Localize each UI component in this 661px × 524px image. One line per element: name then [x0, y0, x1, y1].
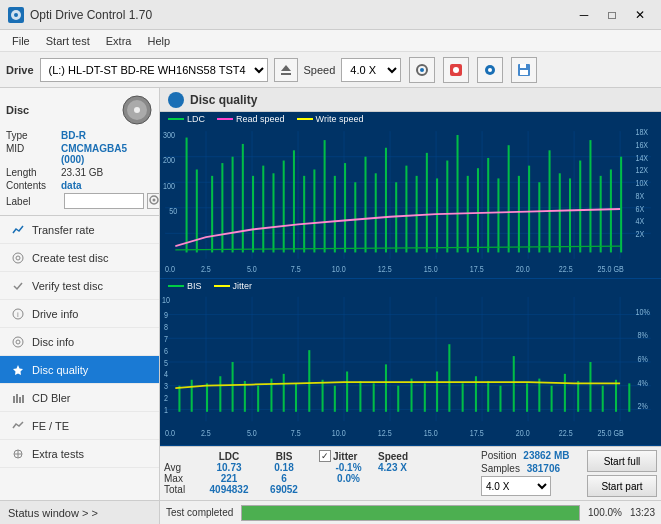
disc-label-button[interactable] [147, 193, 160, 209]
ldc-header: LDC [199, 450, 259, 462]
disc-length-row: Length 23.31 GB [6, 167, 153, 178]
svg-rect-166 [308, 350, 310, 412]
avg-bis: 0.18 [259, 462, 309, 473]
svg-rect-113 [620, 157, 622, 253]
svg-rect-164 [283, 374, 285, 412]
svg-rect-158 [206, 383, 208, 411]
svg-rect-110 [589, 140, 591, 252]
speed-stat-header: Speed [378, 450, 428, 462]
svg-marker-24 [13, 365, 23, 375]
svg-rect-12 [520, 70, 528, 75]
menu-bar: File Start test Extra Help [0, 30, 661, 52]
status-window-button[interactable]: Status window > > [0, 500, 159, 524]
jitter-checkbox[interactable]: ✓ [319, 450, 331, 462]
svg-rect-104 [528, 166, 530, 253]
drive-select[interactable]: (L:) HL-DT-ST BD-RE WH16NS58 TST4 [40, 58, 268, 82]
svg-rect-76 [242, 144, 244, 253]
total-bis: 69052 [259, 484, 309, 495]
svg-text:1: 1 [164, 405, 168, 415]
transfer-rate-icon [10, 222, 26, 238]
svg-rect-93 [416, 176, 418, 253]
sidebar-item-cd-bler[interactable]: CD Bler [0, 384, 159, 412]
stats-table: LDC BIS ✓ Jitter Speed Avg 10.73 0.18 [164, 450, 475, 495]
svg-rect-165 [295, 383, 297, 411]
svg-text:2.5: 2.5 [201, 428, 211, 438]
svg-text:10.0: 10.0 [332, 428, 346, 438]
toolbar-btn-1[interactable] [409, 57, 435, 83]
disc-label-row: Label [6, 193, 153, 209]
avg-speed: 4.23 X [378, 462, 428, 473]
svg-text:7: 7 [164, 334, 168, 344]
svg-rect-162 [257, 386, 259, 412]
max-jitter: 0.0% [319, 473, 378, 484]
sidebar-item-disc-quality[interactable]: Disc quality [0, 356, 159, 384]
max-ldc: 221 [199, 473, 259, 484]
svg-text:20.0: 20.0 [516, 428, 530, 438]
start-part-button[interactable]: Start part [587, 475, 657, 497]
sidebar-item-drive-info[interactable]: i Drive info [0, 300, 159, 328]
disc-label-input[interactable] [64, 193, 144, 209]
create-test-disc-icon [10, 250, 26, 266]
minimize-button[interactable]: ─ [571, 5, 597, 25]
svg-rect-169 [346, 371, 348, 411]
svg-point-15 [134, 107, 140, 113]
menu-extra[interactable]: Extra [98, 33, 140, 49]
svg-rect-78 [262, 166, 264, 253]
total-ldc: 4094832 [199, 484, 259, 495]
speed-dropdown[interactable]: 4.0 X [481, 476, 551, 496]
svg-rect-107 [559, 173, 561, 252]
eject-button[interactable] [274, 58, 298, 82]
svg-rect-86 [344, 163, 346, 252]
svg-rect-173 [397, 386, 399, 412]
sidebar-item-extra-tests[interactable]: Extra tests [0, 440, 159, 468]
position-section: Position 23862 MB Samples 381706 4.0 X [481, 450, 581, 496]
svg-rect-83 [313, 169, 315, 252]
svg-rect-182 [513, 356, 515, 412]
speed-select[interactable]: 4.0 X [341, 58, 401, 82]
bis-chart: BIS Jitter [160, 279, 661, 446]
toolbar-btn-2[interactable] [443, 57, 469, 83]
menu-help[interactable]: Help [139, 33, 178, 49]
svg-text:0.0: 0.0 [165, 264, 175, 274]
svg-rect-87 [354, 182, 356, 252]
sidebar-item-disc-info[interactable]: Disc info [0, 328, 159, 356]
svg-text:5: 5 [164, 358, 168, 368]
svg-text:10%: 10% [635, 307, 649, 317]
svg-rect-28 [22, 395, 24, 403]
progress-time: 13:23 [630, 507, 655, 518]
window-controls: ─ □ ✕ [571, 5, 653, 25]
svg-rect-106 [549, 150, 551, 252]
sidebar-item-fe-te[interactable]: FE / TE [0, 412, 159, 440]
start-full-button[interactable]: Start full [587, 450, 657, 472]
maximize-button[interactable]: □ [599, 5, 625, 25]
sidebar-item-verify-test-disc[interactable]: Verify test disc [0, 272, 159, 300]
svg-text:7.5: 7.5 [291, 264, 301, 274]
svg-text:6%: 6% [637, 355, 647, 365]
svg-text:3: 3 [164, 382, 168, 392]
svg-rect-175 [424, 383, 426, 411]
svg-point-5 [420, 68, 424, 72]
disc-quality-icon [10, 362, 26, 378]
svg-rect-94 [426, 153, 428, 253]
progress-track [241, 505, 580, 521]
main-layout: Disc Type BD-R MID CMCMAGBA5 (000) Lengt… [0, 88, 661, 524]
menu-start-test[interactable]: Start test [38, 33, 98, 49]
menu-file[interactable]: File [4, 33, 38, 49]
svg-rect-185 [551, 386, 553, 412]
svg-text:25.0 GB: 25.0 GB [598, 428, 624, 438]
svg-rect-167 [322, 380, 324, 412]
close-button[interactable]: ✕ [627, 5, 653, 25]
sidebar-item-create-test-disc[interactable]: Create test disc [0, 244, 159, 272]
svg-rect-105 [538, 182, 540, 252]
chart2-svg: 10 9 8 7 6 5 4 3 2 1 10% 8% 6% 4% 2% [160, 279, 661, 445]
toolbar-btn-save[interactable] [511, 57, 537, 83]
svg-rect-191 [628, 383, 630, 411]
toolbar-btn-3[interactable] [477, 57, 503, 83]
svg-text:300: 300 [163, 130, 175, 140]
sidebar-item-transfer-rate[interactable]: Transfer rate [0, 216, 159, 244]
svg-rect-99 [477, 168, 479, 252]
svg-text:4X: 4X [635, 217, 644, 227]
svg-rect-92 [405, 166, 407, 253]
svg-rect-27 [19, 397, 21, 403]
svg-rect-159 [219, 376, 221, 412]
